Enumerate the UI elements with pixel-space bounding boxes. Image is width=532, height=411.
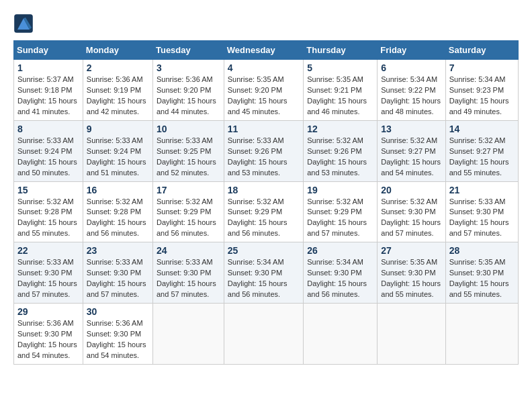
day-info: Sunrise: 5:36 AMSunset: 9:20 PMDaylight:… [157,75,216,116]
day-number: 20 [381,185,441,195]
header-saturday: Saturday [445,41,518,60]
calendar-cell: 12 Sunrise: 5:32 AMSunset: 9:26 PMDaylig… [304,120,378,181]
day-number: 12 [307,124,373,134]
calendar-cell: 23 Sunrise: 5:33 AMSunset: 9:30 PMDaylig… [83,242,152,304]
calendar-week-row: 15 Sunrise: 5:32 AMSunset: 9:28 PMDaylig… [14,181,519,242]
calendar-cell: 26 Sunrise: 5:34 AMSunset: 9:30 PMDaylig… [304,242,378,304]
calendar-cell: 21 Sunrise: 5:33 AMSunset: 9:30 PMDaylig… [445,181,518,242]
calendar-week-row: 22 Sunrise: 5:33 AMSunset: 9:30 PMDaylig… [14,242,519,304]
day-info: Sunrise: 5:33 AMSunset: 9:30 PMDaylight:… [87,258,146,298]
day-number: 28 [449,245,515,256]
calendar-cell: 15 Sunrise: 5:32 AMSunset: 9:28 PMDaylig… [14,181,83,242]
header-thursday: Thursday [304,41,378,60]
day-number: 29 [17,306,79,317]
day-number: 2 [87,62,149,73]
day-number: 6 [381,62,441,73]
weekday-header-row: Sunday Monday Tuesday Wednesday Thursday… [14,41,519,60]
day-number: 30 [87,306,149,317]
day-info: Sunrise: 5:32 AMSunset: 9:28 PMDaylight:… [87,197,146,238]
day-number: 22 [17,245,79,256]
day-info: Sunrise: 5:35 AMSunset: 9:20 PMDaylight:… [228,75,287,116]
day-number: 18 [228,185,300,195]
logo-icon [13,13,34,34]
calendar-cell: 6 Sunrise: 5:34 AMSunset: 9:22 PMDayligh… [378,60,445,121]
day-info: Sunrise: 5:32 AMSunset: 9:26 PMDaylight:… [307,136,367,177]
calendar-cell: 29 Sunrise: 5:36 AMSunset: 9:30 PMDaylig… [14,304,83,365]
day-number: 19 [307,185,373,195]
calendar-cell: 30 Sunrise: 5:36 AMSunset: 9:30 PMDaylig… [83,304,152,365]
day-number: 4 [228,62,300,73]
calendar-cell: 13 Sunrise: 5:32 AMSunset: 9:27 PMDaylig… [378,120,445,181]
calendar-cell [224,304,303,365]
calendar-cell [304,304,378,365]
header-friday: Friday [378,41,445,60]
page-header [13,13,519,34]
day-info: Sunrise: 5:34 AMSunset: 9:30 PMDaylight:… [228,258,287,298]
day-info: Sunrise: 5:32 AMSunset: 9:30 PMDaylight:… [381,197,441,238]
calendar-week-row: 8 Sunrise: 5:33 AMSunset: 9:24 PMDayligh… [14,120,519,181]
day-info: Sunrise: 5:32 AMSunset: 9:27 PMDaylight:… [449,136,509,177]
day-info: Sunrise: 5:33 AMSunset: 9:24 PMDaylight:… [87,136,146,177]
calendar-cell: 17 Sunrise: 5:32 AMSunset: 9:29 PMDaylig… [152,181,224,242]
day-number: 5 [307,62,373,73]
day-info: Sunrise: 5:35 AMSunset: 9:30 PMDaylight:… [381,258,441,298]
day-info: Sunrise: 5:32 AMSunset: 9:27 PMDaylight:… [381,136,441,177]
calendar-cell: 14 Sunrise: 5:32 AMSunset: 9:27 PMDaylig… [445,120,518,181]
day-info: Sunrise: 5:32 AMSunset: 9:28 PMDaylight:… [17,197,77,238]
calendar-cell: 10 Sunrise: 5:33 AMSunset: 9:25 PMDaylig… [152,120,224,181]
day-info: Sunrise: 5:37 AMSunset: 9:18 PMDaylight:… [17,75,77,116]
header-monday: Monday [83,41,152,60]
day-number: 7 [449,62,515,73]
calendar-cell: 24 Sunrise: 5:33 AMSunset: 9:30 PMDaylig… [152,242,224,304]
day-number: 17 [157,185,220,195]
calendar-week-row: 29 Sunrise: 5:36 AMSunset: 9:30 PMDaylig… [14,304,519,365]
day-info: Sunrise: 5:35 AMSunset: 9:21 PMDaylight:… [307,75,367,116]
day-number: 10 [157,124,220,134]
day-info: Sunrise: 5:32 AMSunset: 9:29 PMDaylight:… [228,197,287,238]
logo [13,13,36,34]
day-info: Sunrise: 5:36 AMSunset: 9:30 PMDaylight:… [87,319,146,359]
calendar-cell: 18 Sunrise: 5:32 AMSunset: 9:29 PMDaylig… [224,181,303,242]
day-number: 3 [157,62,220,73]
calendar-cell: 19 Sunrise: 5:32 AMSunset: 9:29 PMDaylig… [304,181,378,242]
calendar-cell: 22 Sunrise: 5:33 AMSunset: 9:30 PMDaylig… [14,242,83,304]
day-number: 26 [307,245,373,256]
day-number: 27 [381,245,441,256]
calendar-cell [378,304,445,365]
day-number: 8 [17,124,79,134]
day-info: Sunrise: 5:34 AMSunset: 9:30 PMDaylight:… [307,258,367,298]
day-number: 15 [17,185,79,195]
day-info: Sunrise: 5:36 AMSunset: 9:19 PMDaylight:… [87,75,146,116]
calendar-cell: 2 Sunrise: 5:36 AMSunset: 9:19 PMDayligh… [83,60,152,121]
calendar-cell: 8 Sunrise: 5:33 AMSunset: 9:24 PMDayligh… [14,120,83,181]
calendar-cell [152,304,224,365]
calendar-header: Sunday Monday Tuesday Wednesday Thursday… [14,41,519,60]
header-tuesday: Tuesday [152,41,224,60]
day-info: Sunrise: 5:35 AMSunset: 9:30 PMDaylight:… [449,258,509,298]
day-info: Sunrise: 5:33 AMSunset: 9:30 PMDaylight:… [157,258,216,298]
day-number: 23 [87,245,149,256]
calendar-cell: 28 Sunrise: 5:35 AMSunset: 9:30 PMDaylig… [445,242,518,304]
day-number: 9 [87,124,149,134]
calendar-cell: 20 Sunrise: 5:32 AMSunset: 9:30 PMDaylig… [378,181,445,242]
day-number: 21 [449,185,515,195]
calendar-cell: 16 Sunrise: 5:32 AMSunset: 9:28 PMDaylig… [83,181,152,242]
calendar-week-row: 1 Sunrise: 5:37 AMSunset: 9:18 PMDayligh… [14,60,519,121]
day-number: 1 [17,62,79,73]
day-info: Sunrise: 5:33 AMSunset: 9:30 PMDaylight:… [449,197,509,238]
day-info: Sunrise: 5:33 AMSunset: 9:24 PMDaylight:… [17,136,77,177]
calendar-cell: 5 Sunrise: 5:35 AMSunset: 9:21 PMDayligh… [304,60,378,121]
calendar-body: 1 Sunrise: 5:37 AMSunset: 9:18 PMDayligh… [14,60,519,365]
calendar-cell: 11 Sunrise: 5:33 AMSunset: 9:26 PMDaylig… [224,120,303,181]
day-number: 14 [449,124,515,134]
day-number: 24 [157,245,220,256]
calendar-cell: 3 Sunrise: 5:36 AMSunset: 9:20 PMDayligh… [152,60,224,121]
calendar-cell [445,304,518,365]
calendar-cell: 1 Sunrise: 5:37 AMSunset: 9:18 PMDayligh… [14,60,83,121]
header-wednesday: Wednesday [224,41,303,60]
header-sunday: Sunday [14,41,83,60]
day-info: Sunrise: 5:36 AMSunset: 9:30 PMDaylight:… [17,319,77,359]
calendar-cell: 9 Sunrise: 5:33 AMSunset: 9:24 PMDayligh… [83,120,152,181]
calendar-cell: 25 Sunrise: 5:34 AMSunset: 9:30 PMDaylig… [224,242,303,304]
day-number: 13 [381,124,441,134]
